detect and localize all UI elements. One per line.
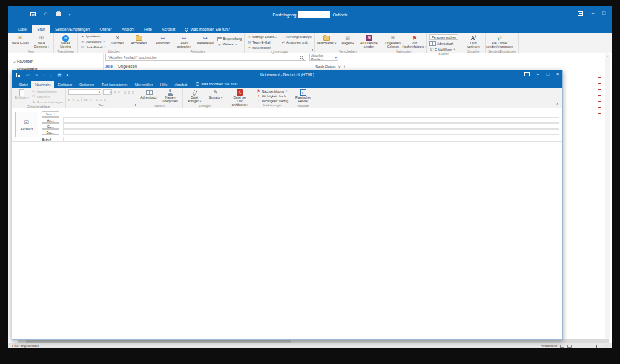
addressbook-button[interactable]: Adressbuch (140, 89, 159, 103)
maximize-icon[interactable]: □ (547, 72, 549, 76)
send-receive-all-button[interactable]: ⇄ Alle Ordner senden/empfangen (488, 34, 511, 49)
to-button[interactable]: An... (42, 117, 59, 123)
paste-button[interactable]: Einfügen▾ (15, 89, 29, 104)
shrink-font-icon[interactable]: A (118, 91, 120, 94)
search-input[interactable] (108, 56, 300, 59)
forward-button[interactable]: ↪ Weiterleiten (196, 34, 215, 49)
cc-field[interactable] (63, 123, 559, 129)
attach-file-button[interactable]: Datei anfügen▾ (185, 89, 204, 103)
tell-me-search[interactable]: Was möchten Sie tun? (191, 80, 242, 88)
bcc-field[interactable] (63, 129, 559, 135)
addressbook-button[interactable]: Adressbuch (429, 41, 458, 46)
filter-all-tab[interactable]: Alle (105, 64, 113, 68)
format-painter-button[interactable]: ✎Format übertragen (31, 100, 63, 104)
more-respond-button[interactable]: ✉Weitere▾ (217, 42, 242, 47)
tab-datei[interactable]: Datei (16, 81, 31, 88)
minimize-icon[interactable]: – (592, 11, 594, 16)
text-dialog-launcher[interactable] (133, 104, 136, 106)
font-name-select[interactable]: ▾ (68, 89, 101, 95)
bold-button[interactable]: F (68, 98, 71, 102)
tab-optionen[interactable]: Optionen (76, 81, 97, 88)
copy-button[interactable]: ⧉Kopieren (31, 94, 63, 99)
quickstep-antworten-und[interactable]: ↩Antworten und... (281, 40, 312, 44)
markierungen-dialog-launcher[interactable] (287, 104, 289, 106)
read-aloud-button[interactable]: A Laut vorlesen (464, 34, 483, 49)
cc-button[interactable]: Cc... (42, 123, 59, 129)
align-right-icon[interactable]: ≡ (104, 98, 107, 102)
favorites-header[interactable]: ◢ Favoriten (13, 59, 33, 63)
horizontal-scrollbar[interactable] (18, 339, 609, 343)
align-left-icon[interactable]: ≡ (96, 98, 99, 102)
rules-button[interactable]: ▤ Regeln▾ (338, 34, 357, 49)
search-scope-dropdown[interactable]: Aktuelles Postfach ▾ (309, 54, 338, 61)
find-people-box[interactable]: Personen suchen (429, 34, 458, 40)
sort-by-date[interactable]: Nach Datum (315, 65, 335, 68)
tell-me-search[interactable]: Was möchten Sie tun? (180, 25, 234, 33)
new-meeting-button[interactable]: ⇄ Neues Meeting (56, 34, 75, 49)
ignore-button[interactable]: ×Ignorieren (81, 34, 106, 38)
tab-start[interactable]: Start (32, 25, 50, 33)
quicksteps-dialog-launcher[interactable] (311, 49, 313, 51)
followup-button[interactable]: ⚑ Zur Nachverfolgung▾ (405, 34, 424, 49)
sort-dropdown-icon[interactable]: ∨ (338, 64, 341, 68)
underline-button[interactable]: U (77, 98, 79, 102)
message-body-input[interactable] (12, 141, 562, 339)
meeting-button[interactable]: Besprechung (217, 37, 242, 41)
onenote-button[interactable]: N An OneNote senden (360, 34, 378, 49)
align-center-icon[interactable]: ≡ (100, 98, 102, 102)
sort-direction-icon[interactable]: ↑ (343, 65, 345, 68)
junk-button[interactable]: ✉Junk-E-Mail▾ (81, 45, 106, 49)
close-icon[interactable]: × (556, 72, 559, 76)
tab-ansicht[interactable]: Ansicht (117, 25, 139, 33)
unread-read-button[interactable]: ✉ Ungelesen/ Gelesen (384, 34, 403, 49)
quickstep-wichtige-emails[interactable]: ✉wichtige Emails... (247, 34, 277, 39)
zoom-out-icon[interactable]: — (575, 344, 578, 348)
check-names-button[interactable]: Namen überprüfen (161, 89, 180, 103)
reading-view-icon[interactable] (567, 345, 572, 348)
new-items-button[interactable]: ✉ Neue Elemente▾ (32, 34, 51, 49)
ribbon-display-options-icon[interactable] (578, 11, 583, 16)
italic-button[interactable]: K (73, 98, 75, 102)
reply-all-button[interactable]: ↩ Allen antworten (175, 34, 194, 49)
archive-button[interactable]: Archivieren (130, 34, 148, 49)
vertical-scrollbar[interactable]: ⌐ (605, 54, 610, 339)
zoom-in-icon[interactable]: + (606, 344, 608, 348)
to-field[interactable] (63, 117, 559, 123)
maximize-icon[interactable]: □ (602, 11, 605, 16)
signature-button[interactable]: ✎ Signatur▾ (206, 89, 225, 103)
cleanup-button[interactable]: ✉Aufräumen▾ (81, 39, 106, 44)
tab-text-formatieren[interactable]: Text formatieren (97, 81, 131, 88)
tab-nachricht[interactable]: Nachricht (31, 81, 54, 88)
minimize-pane-icon[interactable]: ↑ (96, 59, 98, 62)
immersive-reader-button[interactable]: Plastischer Reader (294, 89, 312, 103)
tab-einfuegen[interactable]: Einfügen (54, 81, 76, 88)
minimize-icon[interactable]: – (537, 72, 539, 76)
tab-acrobat[interactable]: Acrobat (157, 25, 180, 33)
bullet-list-icon[interactable]: ≡ (124, 91, 127, 94)
tab-hilfe[interactable]: Hilfe (139, 25, 157, 33)
highlight-color-icon[interactable]: ab (84, 98, 88, 102)
followup-button[interactable]: ⚑Nachverfolgung▾ (257, 89, 289, 93)
new-email-button[interactable]: ✉ Neue E-Mail (11, 34, 30, 49)
zoom-slider-thumb[interactable] (596, 345, 597, 348)
ribbon-display-options-icon[interactable] (524, 72, 530, 76)
tab-datei[interactable]: Datei (13, 25, 32, 33)
tab-ueberpruefen[interactable]: Überprüfen (131, 81, 156, 88)
zwischenablage-dialog-launcher[interactable] (62, 104, 64, 106)
from-button[interactable]: Von▾ (42, 111, 59, 117)
quickstep-an-vorgesetzte[interactable]: →An Vorgesetzte(n) (281, 34, 312, 39)
importance-high-button[interactable]: !Wichtigkeit: hoch (257, 94, 289, 98)
quickstep-team-email[interactable]: ✉Team-E-Mail (247, 40, 277, 44)
move-button[interactable]: Verschieben▾ (317, 34, 336, 49)
send-button[interactable]: ✉ Senden (15, 112, 38, 137)
quickstep-neu-erstellen[interactable]: ✦Neu erstellen (247, 45, 277, 50)
reply-button[interactable]: ↩ Antworten (154, 34, 173, 49)
indent-icon[interactable]: ≡ (132, 91, 134, 94)
from-field[interactable] (63, 111, 559, 117)
attach-via-link-button[interactable]: Datei per Link anhängen▾ (231, 89, 249, 106)
cut-button[interactable]: ✂Ausschneiden (31, 89, 63, 93)
tab-hilfe[interactable]: Hilfe (156, 81, 171, 88)
delete-button[interactable]: × Löschen (108, 34, 127, 49)
tab-acrobat[interactable]: Acrobat (171, 81, 191, 88)
collapse-ribbon-icon[interactable]: ∧ (556, 102, 559, 106)
